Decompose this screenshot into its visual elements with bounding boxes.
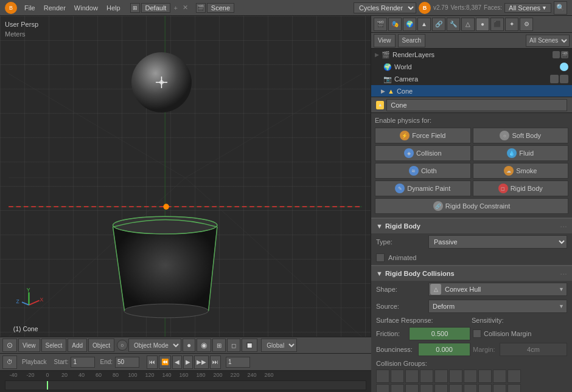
select-btn[interactable]: Select xyxy=(41,339,67,352)
menu-help[interactable]: Help xyxy=(103,3,124,13)
viewport[interactable]: User Persp Meters xyxy=(0,16,371,337)
physics-btn-fluid[interactable]: 💧 Fluid xyxy=(473,145,569,161)
start-frame-input[interactable] xyxy=(71,357,95,368)
physics-btn-cloth[interactable]: ≋ Cloth xyxy=(375,163,471,179)
animated-row: Animated xyxy=(371,250,572,265)
animated-checkbox[interactable] xyxy=(376,253,385,262)
physics-btn-collision[interactable]: ◈ Collision xyxy=(375,145,471,161)
all-scenes-selector[interactable]: All Scenes ▼ xyxy=(504,3,551,13)
group-btn-16[interactable] xyxy=(449,384,462,392)
tab-particles[interactable]: ✦ xyxy=(505,18,518,31)
tab-constraints[interactable]: 🔗 xyxy=(432,18,445,31)
mode-selector[interactable]: Object Mode xyxy=(128,339,181,352)
play-jump-start[interactable]: ⏮ xyxy=(147,356,158,369)
group-btn-10[interactable] xyxy=(507,370,521,383)
tab-modifiers[interactable]: 🔧 xyxy=(447,18,460,31)
top-bar-left: B File Render Window Help ⊞ Default + ✕ … xyxy=(0,2,237,14)
group-btn-17[interactable] xyxy=(464,384,477,392)
play-jump-end[interactable]: ⏭ xyxy=(210,356,221,369)
tab-data[interactable]: △ xyxy=(461,18,475,31)
tab-material[interactable]: ● xyxy=(476,18,489,31)
workspace-remove[interactable]: ✕ xyxy=(181,3,190,12)
group-btn-14[interactable] xyxy=(420,384,433,392)
render-engine-selector[interactable]: Cycles Render xyxy=(354,2,416,13)
bounciness-value[interactable]: 0.000 xyxy=(418,343,470,356)
tab-scene[interactable]: 🎭 xyxy=(388,18,402,31)
physics-btn-force-field[interactable]: ⚡ Force Field xyxy=(375,128,471,143)
physics-btn-dynamic-paint[interactable]: ✎ Dynamic Paint xyxy=(375,181,471,196)
search-button[interactable]: 🔍 xyxy=(554,1,567,15)
menu-file[interactable]: File xyxy=(21,3,39,13)
orientation-selector[interactable]: Global xyxy=(261,339,297,352)
tab-physics[interactable]: ⚙ xyxy=(520,18,533,31)
tab-texture[interactable]: ⬛ xyxy=(490,18,504,31)
add-btn[interactable]: Add xyxy=(68,339,87,352)
group-btn-6[interactable] xyxy=(449,370,462,383)
shape-selector-container[interactable]: △ Convex Hull ▼ xyxy=(428,283,567,296)
workspace-selector[interactable]: Default xyxy=(141,3,171,13)
tab-renderlayers[interactable]: 🎬 xyxy=(374,18,387,31)
outliner-item-cone[interactable]: ▶ ▲ Cone xyxy=(371,85,572,97)
group-btn-11[interactable] xyxy=(376,384,389,392)
camera-label: Camera xyxy=(394,75,418,83)
renderlayers-icon: 🎬 xyxy=(382,51,390,59)
group-btn-8[interactable] xyxy=(478,370,492,383)
source-selector-container[interactable]: Deform ▼ xyxy=(428,300,567,313)
physics-btn-smoke[interactable]: ☁ Smoke xyxy=(473,163,569,179)
all-scenes-select[interactable]: All Scenes xyxy=(526,35,570,47)
play-prev[interactable]: ◀ xyxy=(172,356,182,369)
viewport-extra3[interactable]: 🔲 xyxy=(242,339,257,352)
workspace-add[interactable]: + xyxy=(172,4,179,12)
group-btn-3[interactable] xyxy=(405,370,419,383)
group-btn-13[interactable] xyxy=(405,384,419,392)
scene-selector[interactable]: Scene xyxy=(207,3,234,13)
group-btn-4[interactable] xyxy=(420,370,433,383)
timeline-icon[interactable]: ⏱ xyxy=(2,356,17,369)
outliner-item-camera[interactable]: 📷 Camera xyxy=(371,73,572,85)
end-frame-input[interactable] xyxy=(115,357,139,368)
group-btn-2[interactable] xyxy=(391,370,404,383)
physics-btn-rigid-body[interactable]: ◻ Rigid Body xyxy=(473,181,569,196)
viewport-extra2[interactable]: ◻ xyxy=(227,339,240,352)
shading-render-btn[interactable]: ◉ xyxy=(197,339,211,352)
type-selector[interactable]: Passive Active xyxy=(428,235,567,249)
group-btn-19[interactable] xyxy=(493,384,506,392)
rigid-body-section-header[interactable]: ▼ Rigid Body ··· xyxy=(371,218,572,233)
collision-margin-checkbox[interactable] xyxy=(473,329,481,338)
search-bar-btn[interactable]: Search xyxy=(398,34,426,47)
group-btn-12[interactable] xyxy=(391,384,404,392)
group-btn-20[interactable] xyxy=(507,384,521,392)
play-prev-frame[interactable]: ⏪ xyxy=(159,356,171,369)
rigid-body-icon: ◻ xyxy=(498,184,508,193)
shading-solid-btn[interactable]: ● xyxy=(183,339,195,352)
rbc-section-header[interactable]: ▼ Rigid Body Collisions ··· xyxy=(371,265,572,281)
group-btn-7[interactable] xyxy=(464,370,477,383)
shape-value: Convex Hull xyxy=(442,286,559,293)
current-frame-input[interactable] xyxy=(226,357,250,368)
physics-btn-soft-body[interactable]: ○ Soft Body xyxy=(473,128,569,143)
tab-object[interactable]: ▲ xyxy=(417,18,431,31)
timeline-track[interactable] xyxy=(5,380,366,390)
menu-render[interactable]: Render xyxy=(40,3,69,13)
tab-world[interactable]: 🌍 xyxy=(403,18,416,31)
outliner-item-world[interactable]: 🌍 World xyxy=(371,61,572,73)
object-btn[interactable]: Object xyxy=(88,339,114,352)
menu-window[interactable]: Window xyxy=(71,3,102,13)
perspective-icon-btn[interactable]: ⊙ xyxy=(2,339,17,352)
object-name-input[interactable] xyxy=(386,99,567,111)
friction-value[interactable]: 0.500 xyxy=(409,327,470,340)
group-btn-18[interactable] xyxy=(478,384,492,392)
collision-groups-row2 xyxy=(376,384,567,392)
viewport-extra1[interactable]: ⊞ xyxy=(212,339,226,352)
view-btn[interactable]: View xyxy=(18,339,40,352)
group-btn-15[interactable] xyxy=(434,384,448,392)
group-btn-1[interactable] xyxy=(376,370,389,383)
play-btn[interactable]: ▶ xyxy=(183,356,193,369)
play-next[interactable]: ▶▶ xyxy=(194,356,209,369)
view-dropdown-btn[interactable]: View xyxy=(374,34,396,47)
physics-btn-rigid-body-constraint[interactable]: 🔗 Rigid Body Constraint xyxy=(375,198,568,214)
enable-physics-label: Enable physics for: xyxy=(375,117,568,124)
group-btn-5[interactable] xyxy=(434,370,448,383)
outliner-item-renderlayers[interactable]: ▶ 🎬 RenderLayers 🎬 xyxy=(371,49,572,61)
group-btn-9[interactable] xyxy=(493,370,506,383)
